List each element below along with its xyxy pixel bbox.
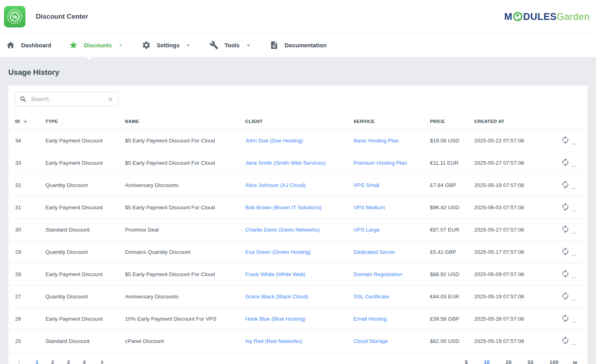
client-link[interactable]: Charlie Davis (Davis Networks): [245, 227, 320, 233]
page-button-4[interactable]: 4: [83, 359, 86, 364]
cell-id: 25: [8, 330, 42, 352]
chevron-down-icon: [245, 42, 252, 49]
service-link[interactable]: Premium Hosting Plan: [354, 160, 407, 166]
cell-name: 10% Early Payment Discount For VPS: [122, 308, 242, 330]
repeat-usage-icon[interactable]: [561, 136, 570, 144]
page-button-3[interactable]: 3: [67, 359, 70, 364]
client-link[interactable]: Jane Smith (Smith Web Services): [245, 160, 326, 166]
table-row: 25 Standard Discount cPanel Discount Ivy…: [8, 330, 588, 352]
client-link[interactable]: Grace Black (Black Cloud): [245, 294, 308, 300]
cell-type: Standard Discount: [42, 330, 122, 352]
money-icon[interactable]: [580, 136, 588, 144]
client-link[interactable]: John Doe (Doe Hosting): [245, 138, 303, 144]
page-size-20[interactable]: 20: [506, 359, 512, 364]
cell-id: 30: [8, 219, 42, 241]
repeat-usage-icon[interactable]: [561, 247, 570, 256]
page-button-1[interactable]: 1: [35, 359, 39, 364]
client-link[interactable]: Frank White (White Web): [245, 271, 305, 277]
service-link[interactable]: Domain Registration: [354, 271, 402, 277]
cell-name: Proxmox Deal: [122, 219, 242, 241]
cell-type: Standard Discount: [42, 219, 122, 241]
money-icon[interactable]: [580, 202, 588, 211]
nav-item-label: Tools: [225, 42, 240, 49]
next-page-icon[interactable]: [98, 358, 106, 364]
nav-item-settings[interactable]: Settings: [142, 41, 192, 50]
search-input[interactable]: [31, 96, 107, 102]
cell-actions: [549, 197, 588, 219]
column-header-created-at[interactable]: CREATED AT: [471, 113, 549, 130]
repeat-usage-icon[interactable]: [561, 336, 570, 345]
page-size-10[interactable]: 10: [484, 359, 490, 364]
column-header-id[interactable]: ID: [8, 113, 42, 130]
money-icon[interactable]: [580, 225, 588, 234]
service-link[interactable]: Dedicated Server: [354, 249, 395, 255]
service-link[interactable]: Cloud Storage: [354, 338, 388, 344]
column-header-service[interactable]: SERVICE: [350, 113, 427, 130]
money-icon[interactable]: [580, 269, 588, 278]
repeat-usage-icon[interactable]: [561, 314, 570, 323]
chevron-down-icon: [185, 42, 192, 49]
money-icon[interactable]: [580, 336, 588, 345]
client-link[interactable]: Alice Johnson (AJ Cloud): [245, 182, 306, 188]
cell-price: €11.11 EUR: [427, 152, 471, 174]
table-row: 33 Early Payment Discount $5 Early Payme…: [8, 152, 588, 174]
service-link[interactable]: VPS Small: [354, 182, 379, 188]
client-link[interactable]: Eva Green (Green Hosting): [245, 249, 311, 255]
client-link[interactable]: Hank Blue (Blue Hosting): [245, 316, 306, 322]
column-header-label: CREATED AT: [474, 119, 504, 124]
svg-text:%: %: [12, 13, 17, 20]
column-header-price[interactable]: PRICE: [427, 113, 471, 130]
table-row: 34 Early Payment Discount $5 Early Payme…: [8, 130, 588, 152]
page-size-50[interactable]: 50: [528, 359, 533, 364]
repeat-usage-icon[interactable]: [561, 180, 570, 189]
page-size-5[interactable]: 5: [465, 359, 468, 364]
service-link[interactable]: Basic Hosting Plan: [354, 138, 399, 144]
table-row: 30 Standard Discount Proxmox Deal Charli…: [8, 219, 588, 241]
cell-created-at: 2025-05-09 07:57:08: [471, 263, 549, 286]
repeat-usage-icon[interactable]: [561, 158, 570, 167]
page-button-2[interactable]: 2: [51, 359, 55, 364]
column-header-type[interactable]: TYPE: [42, 113, 122, 130]
service-link[interactable]: VPS Medium: [354, 204, 385, 210]
money-icon[interactable]: [580, 314, 588, 323]
client-link[interactable]: Ivy Red (Red Networks): [245, 338, 302, 344]
client-link[interactable]: Bob Brown (Brown IT Solutions): [245, 204, 322, 210]
nav-item-dashboard[interactable]: Dashboard: [6, 41, 51, 50]
cell-actions: [549, 241, 588, 263]
cell-actions: [549, 330, 588, 352]
nav-item-tools[interactable]: Tools: [209, 41, 252, 50]
cell-type: Early Payment Discount: [42, 308, 122, 330]
nav-item-discounts[interactable]: Discounts: [69, 41, 124, 50]
cell-price: $19.08 USD: [427, 130, 471, 152]
column-header-client[interactable]: CLIENT: [242, 113, 350, 130]
nav-item-documentation[interactable]: Documentation: [270, 41, 327, 50]
search-box: [15, 92, 119, 106]
gear-icon: [142, 41, 151, 50]
cell-client: Charlie Davis (Davis Networks): [242, 219, 350, 241]
search-icon: [20, 95, 27, 103]
cell-price: €44.03 EUR: [427, 286, 471, 308]
cell-service: VPS Medium: [350, 197, 427, 219]
clear-search-icon[interactable]: [107, 96, 114, 103]
service-link[interactable]: VPS Large: [354, 227, 379, 233]
money-icon[interactable]: [580, 247, 588, 256]
money-icon[interactable]: [580, 292, 588, 300]
page-size-100[interactable]: 100: [549, 359, 559, 364]
money-icon[interactable]: [580, 158, 588, 167]
cell-price: £5.42 GBP: [427, 241, 471, 263]
service-link[interactable]: Email Hosting: [354, 316, 387, 322]
cell-type: Early Payment Discount: [42, 130, 122, 152]
cell-actions: [549, 286, 588, 308]
repeat-usage-icon[interactable]: [561, 269, 570, 278]
cell-name: cPanel Discount: [122, 330, 242, 352]
repeat-usage-icon[interactable]: [561, 225, 570, 234]
service-link[interactable]: SSL Certificate: [354, 294, 389, 300]
money-icon[interactable]: [580, 180, 588, 189]
cell-created-at: 2025-05-17 07:57:08: [471, 241, 549, 263]
prev-page-icon[interactable]: [15, 358, 23, 364]
page-size-infinity[interactable]: ∞: [573, 359, 577, 364]
column-header-name[interactable]: NAME: [122, 113, 242, 130]
cell-actions: [549, 130, 588, 152]
repeat-usage-icon[interactable]: [561, 202, 570, 211]
repeat-usage-icon[interactable]: [561, 292, 570, 300]
